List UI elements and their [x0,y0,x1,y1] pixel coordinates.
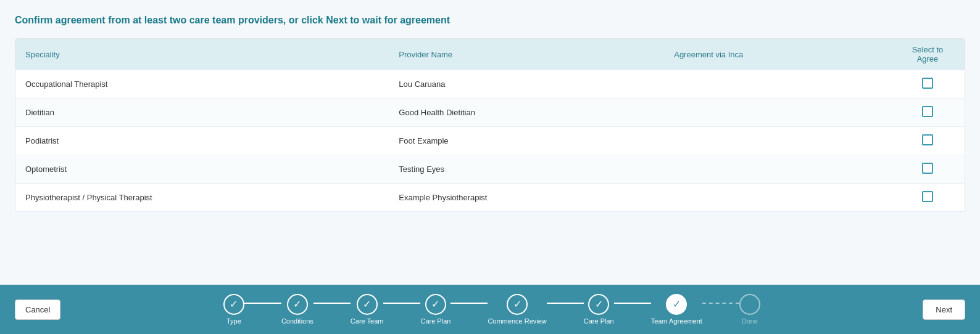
cell-provider-name: Testing Eyes [389,155,664,184]
cell-provider-name: Lou Caruana [389,70,664,99]
cell-select-to-agree [891,155,965,184]
step-item-type[interactable]: ✓ Type [223,294,244,325]
step-circle-team-agreement: ✓ [666,294,687,315]
cell-select-to-agree [891,127,965,155]
table-row: Optometrist Testing Eyes [15,155,965,184]
step-item-care-plan-2[interactable]: ✓ Care Plan [584,294,614,325]
cell-agreement-via-inca [664,70,891,99]
col-provider-name: Provider Name [389,39,664,70]
cell-speciality: Dietitian [15,99,389,127]
step-label-type: Type [226,317,241,325]
check-icon-type: ✓ [230,299,238,309]
cell-agreement-via-inca [664,155,891,184]
cell-provider-name: Foot Example [389,127,664,155]
step-connector-4 [451,303,488,304]
step-label-care-plan-2: Care Plan [584,317,614,325]
cell-provider-name: Example Physiotherapist [389,184,664,212]
cell-speciality: Podiatrist [15,127,389,155]
step-connector-5 [547,303,584,304]
table-row: Occupational Therapist Lou Caruana [15,70,965,99]
step-item-commence-review[interactable]: ✓ Commence Review [488,294,546,325]
cell-provider-name: Good Health Dietitian [389,99,664,127]
wizard-footer: Cancel ✓ Type ✓ Conditions ✓ Care Team ✓… [0,285,980,334]
table-row: Podiatrist Foot Example [15,127,965,155]
cell-agreement-via-inca [664,99,891,127]
check-icon-care-plan: ✓ [431,299,439,309]
cell-speciality: Optometrist [15,155,389,184]
page-title: Confirm agreement from at least two care… [15,15,965,26]
step-item-team-agreement[interactable]: ✓ Team Agreement [651,294,702,325]
step-circle-care-plan-2: ✓ [588,294,609,315]
col-select-to-agree: Select to Agree [891,39,965,70]
agree-checkbox-1[interactable] [922,106,933,117]
step-label-commence-review: Commence Review [488,317,546,325]
step-connector-3 [383,303,420,304]
cell-select-to-agree [891,99,965,127]
step-label-team-agreement: Team Agreement [651,317,702,325]
providers-table: Speciality Provider Name Agreement via I… [15,38,965,212]
cell-select-to-agree [891,70,965,99]
cell-agreement-via-inca [664,127,891,155]
step-label-done: Done [742,317,758,325]
col-speciality: Speciality [15,39,389,70]
agree-checkbox-3[interactable] [922,163,933,174]
check-icon-conditions: ✓ [293,299,301,309]
agree-checkbox-4[interactable] [922,191,933,202]
step-item-done[interactable]: Done [739,294,760,325]
step-circle-care-team: ✓ [357,294,378,315]
table-row: Physiotherapist / Physical Therapist Exa… [15,184,965,212]
check-icon-care-team: ✓ [363,299,371,309]
next-button[interactable]: Next [923,299,965,320]
step-circle-conditions: ✓ [287,294,308,315]
check-icon-commence-review: ✓ [513,299,521,309]
cell-agreement-via-inca [664,184,891,212]
step-label-care-plan: Care Plan [420,317,451,325]
cell-speciality: Physiotherapist / Physical Therapist [15,184,389,212]
cell-speciality: Occupational Therapist [15,70,389,99]
step-item-care-team[interactable]: ✓ Care Team [351,294,384,325]
col-agreement-via-inca: Agreement via Inca [664,39,891,70]
step-item-care-plan[interactable]: ✓ Care Plan [420,294,451,325]
agree-checkbox-0[interactable] [922,78,933,89]
step-circle-care-plan: ✓ [425,294,446,315]
step-circle-done [739,294,760,315]
step-circle-type: ✓ [223,294,244,315]
cancel-button[interactable]: Cancel [15,299,60,320]
step-label-conditions: Conditions [281,317,314,325]
cell-select-to-agree [891,184,965,212]
step-connector-1 [244,303,281,304]
step-connector-6 [614,303,651,304]
wizard-steps: ✓ Type ✓ Conditions ✓ Care Team ✓ Care P… [60,294,923,325]
table-row: Dietitian Good Health Dietitian [15,99,965,127]
agree-checkbox-2[interactable] [922,134,933,145]
step-connector-2 [314,303,351,304]
check-icon-care-plan-2: ✓ [595,299,603,309]
main-content: Confirm agreement from at least two care… [0,0,980,285]
check-icon-team-agreement: ✓ [673,299,681,309]
step-connector-7 [702,303,739,304]
step-item-conditions[interactable]: ✓ Conditions [281,294,314,325]
step-label-care-team: Care Team [351,317,384,325]
step-circle-commence-review: ✓ [507,294,528,315]
